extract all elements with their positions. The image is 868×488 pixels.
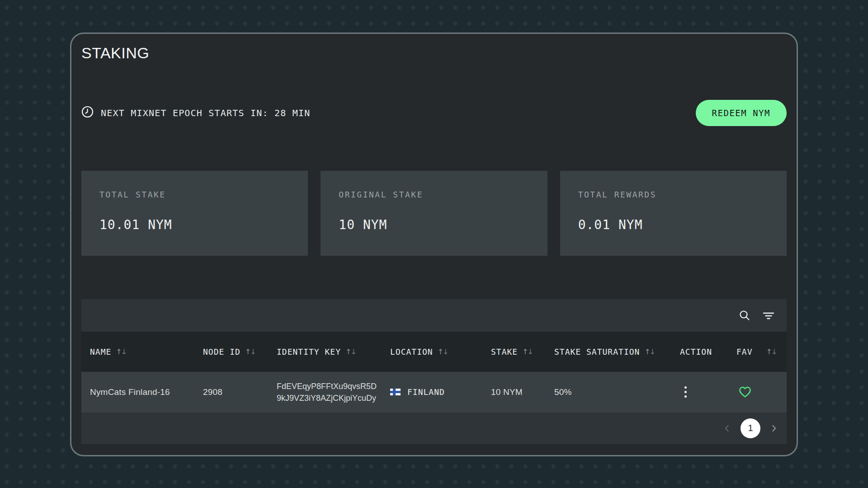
staking-window: STAKING NEXT MIXNET EPOCH STARTS IN: 28 … xyxy=(70,33,798,456)
page-number-button[interactable]: 1 xyxy=(741,418,760,438)
next-page-icon[interactable] xyxy=(769,424,778,433)
cell-node-id: 2908 xyxy=(203,387,277,397)
column-label: ACTION xyxy=(680,347,712,357)
stat-value: 10.01 NYM xyxy=(99,217,290,232)
sort-icon[interactable]: ↑↓ xyxy=(345,347,356,356)
sort-icon[interactable]: ↑↓ xyxy=(766,347,777,356)
column-label: STAKE SATURATION xyxy=(554,347,640,357)
redeem-nym-button[interactable]: REDEEM NYM xyxy=(696,100,787,126)
stat-card-original-stake: ORIGINAL STAKE 10 NYM xyxy=(321,171,547,256)
cell-stake: 10 NYM xyxy=(491,387,554,397)
cell-name: NymCats Finland-16 xyxy=(90,387,203,397)
delegations-table: NAME ↑↓ NODE ID ↑↓ IDENTITY KEY ↑↓ LOCAT… xyxy=(81,299,787,444)
cell-fav xyxy=(736,386,787,398)
sort-icon[interactable]: ↑↓ xyxy=(245,347,255,356)
stat-card-total-rewards: TOTAL REWARDS 0.01 NYM xyxy=(560,171,787,256)
column-header-identity-key: IDENTITY KEY ↑↓ xyxy=(277,347,390,357)
stat-label: TOTAL STAKE xyxy=(99,190,290,199)
sort-icon[interactable]: ↑↓ xyxy=(116,347,126,356)
cell-action xyxy=(680,384,736,400)
epoch-row: NEXT MIXNET EPOCH STARTS IN: 28 MIN REDE… xyxy=(81,99,787,127)
kebab-menu-icon[interactable] xyxy=(680,384,691,400)
cell-identity-key: FdEVEqyP8FFtXu9qvsR5D9kJ9VZ3iY8AZjCKjpiY… xyxy=(277,380,384,404)
stat-card-total-stake: TOTAL STAKE 10.01 NYM xyxy=(81,171,308,256)
stat-label: TOTAL REWARDS xyxy=(578,190,769,199)
column-label: IDENTITY KEY xyxy=(277,347,341,357)
pagination: 1 xyxy=(81,413,787,444)
filter-icon[interactable] xyxy=(762,310,775,321)
column-label: NODE ID xyxy=(203,347,241,357)
clock-icon xyxy=(81,106,94,120)
column-label: FAV xyxy=(736,347,753,357)
column-label: LOCATION xyxy=(390,347,433,357)
epoch-countdown-text: NEXT MIXNET EPOCH STARTS IN: 28 MIN xyxy=(101,108,310,118)
column-label: STAKE xyxy=(491,347,518,357)
page-title: STAKING xyxy=(81,44,787,62)
column-header-stake-saturation: STAKE SATURATION ↑↓ xyxy=(554,347,680,357)
sort-icon[interactable]: ↑↓ xyxy=(522,347,533,356)
column-label: NAME xyxy=(90,347,111,357)
table-toolbar xyxy=(81,299,787,332)
finland-flag-icon xyxy=(390,389,401,395)
cell-stake-saturation: 50% xyxy=(554,387,680,397)
stat-value: 10 NYM xyxy=(339,217,529,232)
cell-location: FINLAND xyxy=(390,387,491,397)
sort-icon[interactable]: ↑↓ xyxy=(644,347,655,356)
table-row: NymCats Finland-16 2908 FdEVEqyP8FFtXu9q… xyxy=(81,372,787,413)
search-icon[interactable] xyxy=(739,310,750,321)
column-header-node-id: NODE ID ↑↓ xyxy=(203,347,277,357)
stat-value: 0.01 NYM xyxy=(578,217,769,232)
previous-page-icon[interactable] xyxy=(722,424,731,433)
table-header-row: NAME ↑↓ NODE ID ↑↓ IDENTITY KEY ↑↓ LOCAT… xyxy=(81,332,787,372)
column-header-name: NAME ↑↓ xyxy=(90,347,203,357)
heart-icon[interactable] xyxy=(736,386,752,398)
column-header-fav: FAV ↑↓ xyxy=(736,347,787,357)
stat-label: ORIGINAL STAKE xyxy=(339,190,529,199)
column-header-stake: STAKE ↑↓ xyxy=(491,347,554,357)
stats-row: TOTAL STAKE 10.01 NYM ORIGINAL STAKE 10 … xyxy=(81,171,787,256)
column-header-location: LOCATION ↑↓ xyxy=(390,347,491,357)
column-header-action: ACTION xyxy=(680,347,736,357)
epoch-status: NEXT MIXNET EPOCH STARTS IN: 28 MIN xyxy=(81,106,310,120)
location-label: FINLAND xyxy=(407,387,445,397)
sort-icon[interactable]: ↑↓ xyxy=(438,347,448,356)
